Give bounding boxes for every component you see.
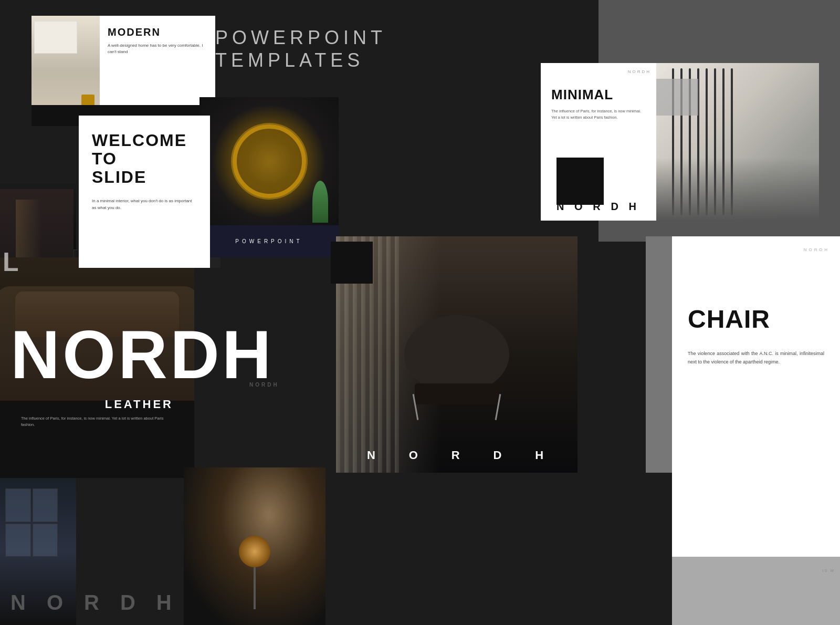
ppt-title: POWERPOINT TEMPLATES xyxy=(215,26,386,71)
window-pane-2 xyxy=(33,488,58,522)
text-l-overlay: L xyxy=(3,247,19,277)
chair-seat xyxy=(415,383,499,404)
black-square-center xyxy=(331,242,373,284)
window-pane-3 xyxy=(5,524,31,557)
chair-back xyxy=(404,315,509,394)
slide-chair-desc: NORDH CHAIR The violence associated with… xyxy=(672,236,840,625)
bottom-letter-n: N xyxy=(10,591,31,614)
chair-desc-top: NORDH xyxy=(672,236,840,263)
bottom-letter-r: R xyxy=(84,591,104,614)
bottom-letter-h: H xyxy=(156,591,177,614)
slide-modern: MODERN A well-designed home has to be ve… xyxy=(32,16,215,126)
minimal-nordh-letters: N O R D H xyxy=(551,201,646,213)
powerpoint-label: POWERPOINT xyxy=(235,238,302,244)
gold-slide-bottom: POWERPOINT xyxy=(200,225,339,257)
welcome-title: WELCOME TO SLIDE xyxy=(92,131,197,187)
chair-desc-content: CHAIR The violence associated with the A… xyxy=(672,263,840,382)
chair-body-text: The violence associated with the A.N.C. … xyxy=(688,349,824,366)
leather-desc: The influence of Paris, for instance, is… xyxy=(10,415,184,428)
lamp-shade xyxy=(239,536,270,567)
is-w-label: IS W xyxy=(823,569,835,572)
chair-shape xyxy=(383,315,530,420)
window-pane-1 xyxy=(5,488,31,522)
gray-vertical-bar xyxy=(646,236,672,473)
chair-letter-n: N xyxy=(367,449,379,462)
letter-n: N xyxy=(556,201,568,213)
lamp-image xyxy=(184,467,326,625)
leather-bottom-bar xyxy=(0,457,194,478)
window-panes xyxy=(5,488,58,557)
modern-desc: A well-designed home has to be very comf… xyxy=(108,43,207,55)
slide-welcome: WELCOME TO SLIDE In a minimal interior, … xyxy=(79,116,210,268)
leather-text-block: LEATHER The influence of Paris, for inst… xyxy=(0,390,194,436)
letter-r: R xyxy=(593,201,604,213)
gold-plant xyxy=(312,181,328,223)
staircase-floor xyxy=(656,158,819,221)
chair-letter-o: O xyxy=(409,449,421,462)
staircase-image xyxy=(656,63,819,221)
chair-letter-d: D xyxy=(493,449,505,462)
chair-title: CHAIR xyxy=(688,305,824,334)
lamp-pole xyxy=(254,567,256,609)
chair-letter-r: R xyxy=(452,449,463,462)
slide-lamp xyxy=(184,467,326,625)
nordh-small-sub: NORDH xyxy=(249,382,279,388)
chair-nordh-letters: N O R D H xyxy=(336,449,578,462)
collage-container: POWERPOINT TEMPLATES MODERN A well-desig… xyxy=(0,0,840,625)
ppt-title-block: POWERPOINT TEMPLATES xyxy=(215,26,386,71)
minimal-title: MINIMAL xyxy=(551,87,646,103)
modern-title: MODERN xyxy=(108,26,207,38)
bottom-letter-d: D xyxy=(120,591,141,614)
nordh-big-title: NORDH xyxy=(10,315,274,394)
letter-h: H xyxy=(629,201,640,213)
mirror-frame xyxy=(233,124,306,198)
nordh-label-top: NORDH xyxy=(628,69,651,74)
bottom-nordh-letters: N O R D H xyxy=(10,591,177,614)
welcome-desc: In a minimal interior, what you don't do… xyxy=(92,197,197,212)
gray-box-overlay xyxy=(656,79,698,116)
chair-letter-h: H xyxy=(535,449,547,462)
minimal-right-photo xyxy=(656,63,819,221)
chair-bottom-gray xyxy=(672,557,840,625)
slide-gold-mirror: POWERPOINT xyxy=(200,97,339,257)
slide-minimal-nordh: NORDH MINIMAL The influence of Paris, fo… xyxy=(541,63,819,221)
lamp-shape xyxy=(228,536,281,614)
black-square-nordh xyxy=(556,158,604,205)
fabric-highlight xyxy=(16,200,42,263)
letter-o: O xyxy=(574,201,587,213)
minimal-desc: The influence of Paris, for instance, is… xyxy=(551,108,646,121)
nordh-label-chair: NORDH xyxy=(804,247,830,252)
minimal-left-panel: NORDH MINIMAL The influence of Paris, fo… xyxy=(541,63,656,221)
leather-title: LEATHER xyxy=(10,398,184,411)
gold-mirror-image xyxy=(200,97,339,225)
letter-d: D xyxy=(611,201,622,213)
window-pane-4 xyxy=(33,524,58,557)
bottom-letter-o: O xyxy=(47,591,68,614)
